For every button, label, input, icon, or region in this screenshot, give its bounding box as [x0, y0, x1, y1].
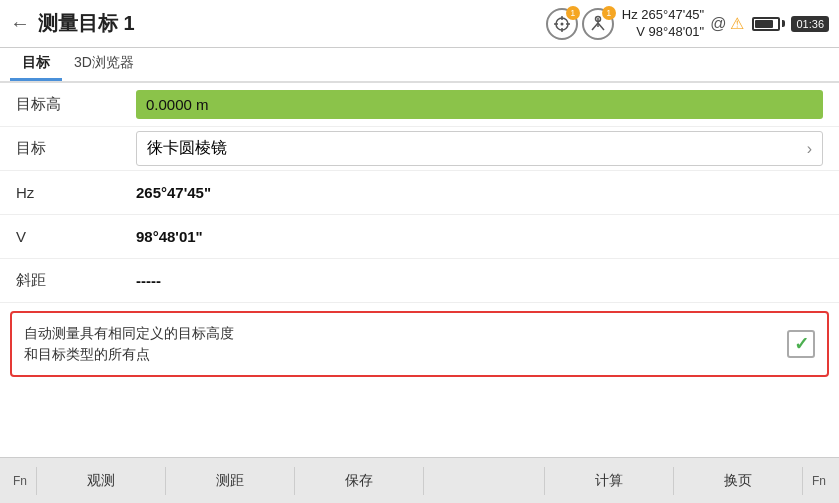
value-v: 98°48'01" — [136, 228, 823, 245]
row-hz: Hz 265°47'45" — [0, 171, 839, 215]
crosshair-badge: 1 — [566, 6, 580, 20]
checkbox-row: 自动测量具有相同定义的目标高度和目标类型的所有点 ✓ — [10, 311, 829, 377]
toolbar-item-save[interactable]: 保存 — [295, 466, 423, 496]
coordinates-display: Hz 265°47'45" V 98°48'01" — [622, 7, 704, 41]
checkmark-icon: ✓ — [794, 333, 809, 355]
svg-line-8 — [598, 23, 604, 30]
battery-body — [752, 17, 780, 31]
svg-point-5 — [560, 22, 563, 25]
toolbar-fn-left: Fn — [4, 468, 36, 494]
label-target-height: 目标高 — [16, 95, 136, 114]
battery-tip — [782, 20, 785, 27]
battery-fill — [755, 20, 773, 28]
toolbar: Fn 观测 测距 保存 计算 换页 Fn — [0, 457, 839, 503]
row-target: 目标 徕卡圆棱镜 › — [0, 127, 839, 171]
tab-target[interactable]: 目标 — [10, 48, 62, 81]
toolbar-item-observe[interactable]: 观测 — [37, 466, 165, 496]
toolbar-item-distance[interactable]: 测距 — [166, 466, 294, 496]
checkbox-auto-measure[interactable]: ✓ — [787, 330, 815, 358]
battery-icon — [752, 17, 785, 31]
value-slope-dist: ----- — [136, 272, 823, 289]
back-button[interactable]: ← — [10, 12, 30, 35]
toolbar-fn-right: Fn — [803, 468, 835, 494]
tripod-badge: 1 — [602, 6, 616, 20]
main-content: 目标高 0.0000 m 目标 徕卡圆棱镜 › Hz 265°47'45" V … — [0, 83, 839, 457]
tab-3d-browser[interactable]: 3D浏览器 — [62, 48, 146, 81]
label-hz: Hz — [16, 184, 136, 201]
header: ← 测量目标 1 1 1 Hz 265°47'45" V 98°48'01" @… — [0, 0, 839, 48]
target-value-text: 徕卡圆棱镜 — [147, 138, 227, 159]
hz-value: Hz 265°47'45" — [622, 7, 704, 24]
value-target-height[interactable]: 0.0000 m — [136, 90, 823, 119]
at-icon: @ — [710, 15, 726, 33]
toolbar-divider-4 — [423, 467, 424, 495]
svg-line-7 — [592, 23, 598, 30]
v-value: V 98°48'01" — [622, 24, 704, 41]
label-slope-dist: 斜距 — [16, 271, 136, 290]
checkbox-label: 自动测量具有相同定义的目标高度和目标类型的所有点 — [24, 323, 779, 365]
crosshair-icon: 1 — [546, 8, 578, 40]
tripod-icon: 1 — [582, 8, 614, 40]
time-display: 01:36 — [791, 16, 829, 32]
arrow-right-icon: › — [807, 140, 812, 158]
value-target[interactable]: 徕卡圆棱镜 › — [136, 131, 823, 166]
toolbar-item-calculate[interactable]: 计算 — [545, 466, 673, 496]
row-target-height: 目标高 0.0000 m — [0, 83, 839, 127]
warning-icon: ⚠ — [730, 14, 744, 33]
label-v: V — [16, 228, 136, 245]
row-v: V 98°48'01" — [0, 215, 839, 259]
tab-bar: 目标 3D浏览器 — [0, 48, 839, 83]
page-title: 测量目标 1 — [38, 10, 546, 37]
label-target: 目标 — [16, 139, 136, 158]
toolbar-item-page[interactable]: 换页 — [674, 466, 802, 496]
value-hz: 265°47'45" — [136, 184, 823, 201]
row-slope-dist: 斜距 ----- — [0, 259, 839, 303]
